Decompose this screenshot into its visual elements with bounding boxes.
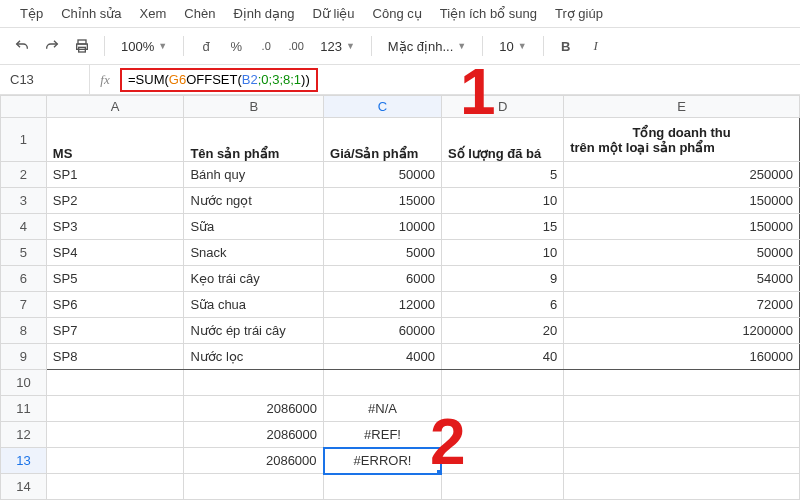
cell[interactable]: SP6 [46,292,184,318]
cell[interactable]: 150000 [564,188,800,214]
zoom-dropdown[interactable]: 100%▼ [115,39,173,54]
row-header[interactable]: 2 [1,162,47,188]
col-header-c[interactable]: C [324,96,442,118]
cell[interactable]: 40 [441,344,563,370]
bold-button[interactable]: B [554,34,578,58]
cell[interactable]: Nước lọc [184,344,324,370]
cell[interactable]: 160000 [564,344,800,370]
select-all-corner[interactable] [1,96,47,118]
cell[interactable]: 10000 [324,214,442,240]
cell[interactable] [46,422,184,448]
cell[interactable] [441,422,563,448]
cell[interactable]: 2086000 [184,422,324,448]
row-header-10[interactable]: 10 [1,370,47,396]
menu-data[interactable]: Dữ liệu [313,6,355,21]
undo-button[interactable] [10,34,34,58]
cell[interactable]: Số lượng đã bá [441,118,563,162]
row-header-14[interactable]: 14 [1,474,47,500]
cell[interactable]: 12000 [324,292,442,318]
cell[interactable]: 1200000 [564,318,800,344]
cell[interactable]: 150000 [564,214,800,240]
cell[interactable]: 60000 [324,318,442,344]
menu-help[interactable]: Trợ giúp [555,6,603,21]
cell[interactable]: SP3 [46,214,184,240]
font-dropdown[interactable]: Mặc định...▼ [382,39,472,54]
cell[interactable]: #REF! [324,422,442,448]
menu-tools[interactable]: Công cụ [373,6,422,21]
cell[interactable] [564,422,800,448]
redo-button[interactable] [40,34,64,58]
row-header[interactable]: 8 [1,318,47,344]
cell[interactable]: 10 [441,240,563,266]
col-header-b[interactable]: B [184,96,324,118]
cell[interactable]: Sữa [184,214,324,240]
cell[interactable] [46,474,184,500]
cell[interactable]: SP8 [46,344,184,370]
col-header-d[interactable]: D [441,96,563,118]
cell[interactable]: 15 [441,214,563,240]
menu-edit[interactable]: Chỉnh sửa [61,6,121,21]
formula-input[interactable]: =SUM(G6 OFFSET(B2;0;3;8;1)) [120,68,318,92]
cell[interactable]: 5000 [324,240,442,266]
cell[interactable]: MS [46,118,184,162]
row-header-1[interactable]: 1 [1,118,47,162]
dec-more-button[interactable]: .00 [284,34,308,58]
cell[interactable]: SP4 [46,240,184,266]
menu-insert[interactable]: Chèn [184,6,215,21]
cell[interactable] [324,370,442,396]
italic-button[interactable]: I [584,34,608,58]
number-format-dropdown[interactable]: 123▼ [314,39,361,54]
cell[interactable] [184,474,324,500]
cell[interactable]: SP5 [46,266,184,292]
menu-file[interactable]: Tệp [20,6,43,21]
cell[interactable]: 5 [441,162,563,188]
row-header[interactable]: 6 [1,266,47,292]
cell[interactable]: 250000 [564,162,800,188]
cell[interactable]: Snack [184,240,324,266]
cell[interactable] [46,448,184,474]
cell[interactable]: Sữa chua [184,292,324,318]
cell[interactable]: SP1 [46,162,184,188]
currency-button[interactable]: đ [194,34,218,58]
cell[interactable] [564,370,800,396]
cell[interactable]: 50000 [324,162,442,188]
col-header-a[interactable]: A [46,96,184,118]
cell[interactable]: #N/A [324,396,442,422]
cell[interactable]: 54000 [564,266,800,292]
cell[interactable]: 10 [441,188,563,214]
cell[interactable]: SP7 [46,318,184,344]
menu-view[interactable]: Xem [140,6,167,21]
row-header[interactable]: 7 [1,292,47,318]
cell[interactable]: 15000 [324,188,442,214]
row-header[interactable]: 5 [1,240,47,266]
cell[interactable]: 9 [441,266,563,292]
cell[interactable] [564,448,800,474]
cell[interactable]: 4000 [324,344,442,370]
menu-addons[interactable]: Tiện ích bổ sung [440,6,537,21]
row-header[interactable]: 11 [1,396,47,422]
cell[interactable]: Tổng doanh thu trên một loại sản phẩm [564,118,800,162]
cell[interactable]: 2086000 [184,396,324,422]
row-header[interactable]: 3 [1,188,47,214]
row-header[interactable]: 9 [1,344,47,370]
dec-less-button[interactable]: .0 [254,34,278,58]
cell[interactable] [324,474,442,500]
cell[interactable]: Tên sản phẩm [184,118,324,162]
cell[interactable] [184,370,324,396]
col-header-e[interactable]: E [564,96,800,118]
cell[interactable] [46,370,184,396]
cell[interactable] [441,448,563,474]
cell[interactable] [564,396,800,422]
cell[interactable]: Nước ngọt [184,188,324,214]
percent-button[interactable]: % [224,34,248,58]
name-box[interactable]: C13 [0,65,90,94]
row-header[interactable]: 4 [1,214,47,240]
cell[interactable]: Bánh quy [184,162,324,188]
cell[interactable]: 2086000 [184,448,324,474]
cell[interactable]: 72000 [564,292,800,318]
cell[interactable] [441,396,563,422]
row-header[interactable]: 13 [1,448,47,474]
cell[interactable]: 6 [441,292,563,318]
menu-format[interactable]: Định dạng [233,6,294,21]
cell[interactable]: 20 [441,318,563,344]
